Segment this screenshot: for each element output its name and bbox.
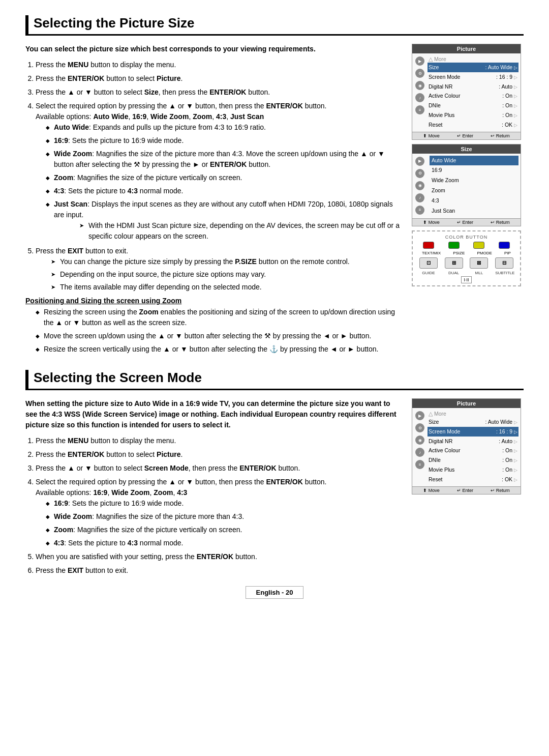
- tv-size-footer: ⬆ Move ↵ Enter ↩ Return: [412, 218, 521, 226]
- section2-sidebar: Picture ▶ ⚙ ◉ ♪ ≡ △ More Size: Auto Wide…: [412, 398, 524, 580]
- active-colour-row2: Active Colour: On ▷: [428, 446, 518, 455]
- reset-row: Reset: OK ▷: [428, 120, 518, 130]
- options-list: Auto Wide: Expands and pulls up the pict…: [36, 122, 402, 242]
- mll-label: MLL: [470, 271, 488, 275]
- tv-menu-list2: △ More Size: Auto Wide ▷ Screen Mode: 16…: [428, 410, 518, 484]
- dual-button[interactable]: ⊞: [445, 257, 463, 269]
- section1-title: Selecting the Picture Size: [25, 15, 524, 36]
- tv-panel2-footer: ⬆ Move ↵ Enter ↩ Return: [412, 486, 521, 494]
- active-colour-row: Active Colour: On ▷: [428, 91, 518, 101]
- blue-button[interactable]: [499, 242, 510, 249]
- positioning-notes: Resizing the screen using the Zoom enabl…: [25, 307, 402, 355]
- tv-panel-size: Size ▶ ⚙ ◉ ♪ ≡ Auto Wide 16:9 Wide Zoom …: [412, 144, 521, 226]
- guide-label: GUIDE: [419, 271, 438, 275]
- section1-steps-cont: Press the EXIT button to exit. You can c…: [25, 246, 402, 293]
- tv-icon-s3: ◉: [415, 181, 424, 190]
- color-btn-header: COLOR BUTTON: [416, 235, 517, 240]
- tv-size-icons: ▶ ⚙ ◉ ♪ ≡: [414, 156, 425, 216]
- note-item: Depending on the input source, the pictu…: [51, 269, 402, 280]
- step-item: Select the required option by pressing t…: [36, 101, 402, 242]
- more-row2: △ More: [428, 410, 518, 417]
- subtitle-label: SUBTITLE: [495, 271, 513, 275]
- tv-panel-picture2-header: Picture: [412, 399, 521, 408]
- size-4-3: 4:3: [430, 196, 518, 206]
- digital-nr-row: Digital NR: Auto ▷: [428, 82, 518, 92]
- positioning-note: Resizing the screen using the Zoom enabl…: [36, 307, 402, 328]
- tv-icon-s1: ▶: [415, 157, 424, 166]
- footer-enter: ↵ Enter: [457, 133, 473, 138]
- tv-icon-2: ⚙: [415, 69, 424, 78]
- green-button[interactable]: [448, 242, 460, 249]
- option-item: Auto Wide: Expands and pulls up the pict…: [46, 122, 402, 133]
- tv-icon2-1: ▶: [415, 411, 424, 420]
- note-item: The items available may differ depending…: [51, 282, 402, 293]
- tv-panel-size-header: Size: [412, 144, 521, 154]
- pip-label: PIP: [504, 251, 511, 255]
- section1-sidebar: Picture ▶ ⚙ ◉ ♪ ≡ △ More Size: Auto Wide…: [412, 44, 524, 358]
- tv-icon-5: ≡: [415, 105, 424, 114]
- section1-steps-list: Press the MENU button to display the men…: [25, 60, 402, 242]
- option-item: 4:3: Sets the picture to 4:3 normal mode…: [46, 186, 402, 196]
- psize-label: PSIZE: [453, 251, 465, 255]
- step-item: Press the ▲ or ▼ button to select Size, …: [36, 87, 402, 98]
- color-buttons-row: [416, 242, 517, 249]
- subtitle-button[interactable]: ⊟: [495, 257, 513, 269]
- tv-icon-4: ♪: [415, 93, 424, 102]
- just-scan-notes: With the HDMI Just Scan picture size, de…: [54, 220, 402, 242]
- tv-icon2-2: ⚙: [415, 423, 424, 432]
- tv-icons: ▶ ⚙ ◉ ♪ ≡: [414, 55, 425, 130]
- option-item: Wide Zoom: Magnifies the size of the pic…: [46, 511, 402, 522]
- pmode-label: PMODE: [477, 251, 492, 255]
- note-item: You can change the picture size simply b…: [51, 256, 402, 267]
- step-item: Press the EXIT button to exit. You can c…: [36, 246, 402, 293]
- movie-plus-row2: Movie Plus: On ▷: [428, 465, 518, 475]
- footer-move: ⬆ Move: [423, 133, 440, 138]
- dnie-row: DNIe: On ▷: [428, 101, 518, 110]
- size-zoom: Zoom: [430, 186, 518, 196]
- option-item: 16:9: Sets the picture to 16:9 wide mode…: [46, 498, 402, 509]
- tv-icon-3: ◉: [415, 81, 424, 90]
- more-row: △ More: [428, 55, 518, 63]
- option-item: Wide Zoom: Magnifies the size of the pic…: [46, 149, 402, 170]
- tv-icon2-3: ◉: [415, 435, 424, 445]
- step-item: Press the EXIT button to exit.: [36, 565, 402, 576]
- tv-icon-s5: ≡: [415, 206, 424, 215]
- option-item: Zoom: Magnifies the size of the picture …: [46, 172, 402, 183]
- reset-row2: Reset: OK ▷: [428, 475, 518, 484]
- yellow-button[interactable]: [473, 242, 484, 249]
- positioning-title: Positioning and Sizing the screen using …: [25, 297, 402, 305]
- func-labels: GUIDE DUAL MLL SUBTITLE: [416, 271, 517, 275]
- tv-icon-s2: ⚙: [415, 169, 424, 178]
- step5-notes: You can change the picture size simply b…: [36, 256, 402, 293]
- hi-button[interactable]: I·II: [461, 276, 471, 283]
- footer-move: ⬆ Move: [423, 220, 440, 225]
- footer-return: ↩ Return: [491, 133, 510, 138]
- tv-panel-picture: Picture ▶ ⚙ ◉ ♪ ≡ △ More Size: Auto Wide…: [412, 44, 521, 140]
- step-item: Press the MENU button to display the men…: [36, 435, 402, 446]
- note-item: With the HDMI Just Scan picture size, de…: [79, 220, 402, 242]
- guide-button[interactable]: ⊡: [419, 257, 438, 269]
- mll-button[interactable]: ⊠: [470, 257, 488, 269]
- size-16-9: 16:9: [430, 165, 518, 176]
- size-wide-zoom: Wide Zoom: [430, 176, 518, 186]
- section1-text-col: You can select the picture size which be…: [25, 44, 402, 358]
- dnie-row2: DNIe: On ▷: [428, 455, 518, 465]
- step-item: Press the MENU button to display the men…: [36, 60, 402, 70]
- tv-icon2-4: ♪: [415, 448, 424, 457]
- footer-move2: ⬆ Move: [423, 488, 440, 493]
- size-row2: Size: Auto Wide ▷: [428, 417, 518, 427]
- digital-nr-row2: Digital NR: Auto ▷: [428, 437, 518, 446]
- option-item: 4:3: Sets the picture to 4:3 normal mode…: [46, 538, 402, 548]
- section1-intro: You can select the picture size which be…: [25, 44, 402, 54]
- tv-menu-list: △ More Size: Auto Wide ▷ Screen Mode: 16…: [428, 55, 518, 130]
- tv-icons2: ▶ ⚙ ◉ ♪ ≡: [414, 410, 425, 484]
- footer-return2: ↩ Return: [491, 488, 510, 493]
- positioning-note: Move the screen up/down using the ▲ or ▼…: [36, 331, 402, 341]
- section2-intro: When setting the picture size to Auto Wi…: [25, 398, 402, 430]
- option-item: Zoom: Magnifies the size of the picture …: [46, 525, 402, 535]
- size-list: Auto Wide 16:9 Wide Zoom Zoom 4:3 Just S…: [428, 156, 518, 216]
- step-item: Select the required option by pressing t…: [36, 477, 402, 548]
- dual-label: DUAL: [445, 271, 463, 275]
- func-buttons-row: ⊡ ⊞ ⊠ ⊟: [416, 257, 517, 269]
- red-button[interactable]: [423, 242, 434, 249]
